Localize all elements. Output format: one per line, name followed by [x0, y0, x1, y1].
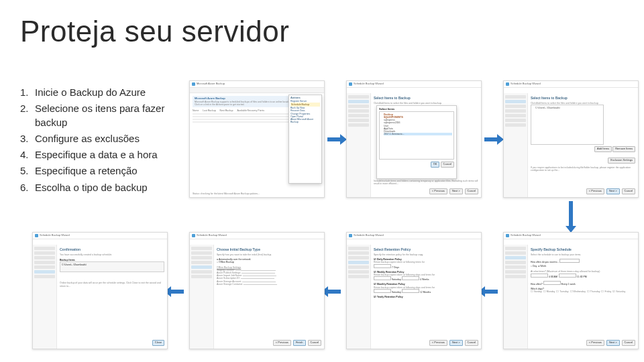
flow-arrow-icon: [327, 137, 341, 141]
frequency-dropdown: [559, 259, 580, 263]
step-item: 2.Selecione os itens para fazer backup: [20, 102, 181, 129]
radio-label: Day: [533, 265, 537, 267]
day-checkbox: Wednesday: [574, 290, 586, 293]
col-header: Last Backup: [203, 109, 215, 112]
value-text: Saturday: [392, 278, 401, 281]
step-item: 6.Escolha o tipo de backup: [20, 181, 181, 194]
wizard-heading: Select Items to Backup: [531, 96, 635, 100]
selected-item: C:\Users\...\Downloads\: [535, 107, 602, 109]
day-checkbox: Monday: [547, 290, 555, 293]
window-title: Schedule Backup Wizard: [511, 82, 541, 86]
wizard-sidebar: [190, 245, 214, 349]
day-field: [374, 276, 391, 280]
next-button: Next >: [449, 340, 463, 346]
app-icon: [349, 82, 352, 86]
wizard-subtext: You have successfully created a backup s…: [60, 253, 164, 256]
cancel-button: Cancel: [465, 188, 478, 194]
prev-button: < Previous: [586, 188, 604, 194]
app-icon: [506, 234, 509, 237]
next-button: Next >: [606, 188, 620, 194]
exclusion-settings-button: Exclusion Settings: [608, 158, 635, 164]
window-title: Schedule Backup Wizard: [40, 234, 70, 237]
tree-node: 2017.1.Seminario...: [384, 133, 452, 135]
screenshot-confirmation: Schedule Backup Wizard Confirmation You …: [32, 232, 168, 349]
flow-arrow-icon: [484, 290, 498, 294]
backup-item: C:\Users\...\Downloads\: [60, 261, 164, 272]
step-item: 3.Configure as exclusões: [20, 132, 181, 145]
retention-field: [374, 264, 391, 268]
policy-label: Yearly Retention Policy: [377, 296, 403, 298]
value-text: 12 Months: [420, 291, 431, 294]
wizard-note: Include/exclude items and folders contai…: [374, 180, 478, 185]
screenshot-retention-policy: Schedule Backup Wizard Select Retention …: [346, 232, 482, 349]
value-text: Saturday: [392, 291, 401, 294]
value-text: Every 1 week: [561, 283, 576, 286]
step-list: 1.Inicie o Backup do Azure 2.Selecione o…: [20, 86, 181, 197]
wizard-note: If you require applications to be includ…: [531, 166, 635, 172]
cancel-button: Cancel: [441, 162, 454, 168]
wizard-sidebar: [347, 245, 371, 349]
flow-arrow-icon: [327, 290, 341, 294]
prev-button: < Previous: [586, 340, 604, 346]
next-button: Next >: [606, 340, 620, 346]
step-item: 5.Especifique a retenção: [20, 164, 181, 178]
col-header: Name: [193, 109, 199, 112]
time-field: [559, 274, 576, 278]
finish-button: Finish: [293, 340, 306, 346]
screenshot-backup-schedule: Schedule Backup Wizard Specify Backup Sc…: [503, 232, 639, 349]
day-checkbox: Sunday: [534, 290, 542, 293]
window-title: Schedule Backup Wizard: [511, 234, 541, 237]
app-icon: [192, 82, 195, 86]
remove-items-button: Remove Items: [612, 146, 635, 152]
step-item: 1.Inicie o Backup do Azure: [20, 86, 181, 99]
app-icon: [35, 234, 38, 237]
cancel-button: Cancel: [622, 340, 635, 346]
window-title: Schedule Backup Wizard: [197, 234, 227, 237]
window-title: Microsoft Azure Backup: [197, 82, 225, 86]
prev-button: < Previous: [429, 188, 447, 194]
flow-arrow-icon: [484, 137, 498, 141]
radio-label: Week: [540, 265, 546, 267]
freq-field: [543, 281, 561, 285]
app-icon: [192, 234, 195, 237]
day-field: [374, 289, 391, 293]
value-text: 11:30 PM: [577, 276, 587, 278]
label-text: At what times? (Maximum of three times a…: [531, 270, 635, 273]
add-items-button: Add Items: [594, 146, 612, 152]
retention-field: [402, 276, 419, 280]
wizard-sidebar: [347, 93, 371, 197]
wizard-heading: Select Retention Policy: [374, 247, 478, 251]
cancel-button: Cancel: [308, 340, 321, 346]
wizard-sidebar: [33, 245, 57, 349]
ok-button: OK: [431, 162, 440, 168]
value-text: 7 Days: [392, 266, 399, 269]
day-checkbox: Tuesday: [559, 290, 568, 293]
app-icon: [506, 82, 509, 86]
wizard-subtext: Specify the retention policy for the bac…: [374, 253, 478, 256]
wizard-subtext: Specify how you want to take the initial…: [217, 253, 321, 256]
value-text: 4:30 AM: [549, 276, 557, 278]
wizard-sidebar: [504, 245, 528, 349]
col-header: Available Recovery Points: [237, 109, 264, 112]
screenshot-azure-backup-console: Microsoft Azure Backup Microsoft Azure B…: [189, 80, 325, 198]
label-text: How often do you want to...: [531, 261, 559, 263]
retention-field: [402, 289, 419, 293]
prev-button: < Previous: [429, 340, 447, 346]
screenshot-select-items-dialog: Schedule Backup Wizard Select Items to B…: [346, 80, 482, 198]
cancel-button: Cancel: [465, 340, 478, 346]
slide-title: Proteja seu servidor: [20, 15, 289, 48]
value-text: 4 Weeks: [420, 278, 429, 281]
label-text: How often?: [531, 283, 543, 286]
wizard-heading: Specify Backup Schedule: [531, 247, 635, 251]
policy-label: Monthly Retention Policy: [377, 283, 405, 286]
screenshot-initial-backup-type: Schedule Backup Wizard Choose Initial Ba…: [189, 232, 325, 349]
wizard-subtext: Select the schedule to use to backup you…: [531, 253, 635, 256]
day-checkbox: Saturday: [616, 290, 625, 293]
time-field: [531, 274, 548, 278]
prev-button: < Previous: [273, 340, 291, 346]
wizard-heading: Select Items to Backup: [374, 96, 478, 100]
wizard-subtext: Click Add Items to select the files and …: [374, 102, 478, 105]
day-checkbox: Thursday: [590, 290, 600, 293]
flow-arrow-icon: [170, 290, 184, 294]
step-item: 4.Especifique a data e a hora: [20, 148, 181, 162]
